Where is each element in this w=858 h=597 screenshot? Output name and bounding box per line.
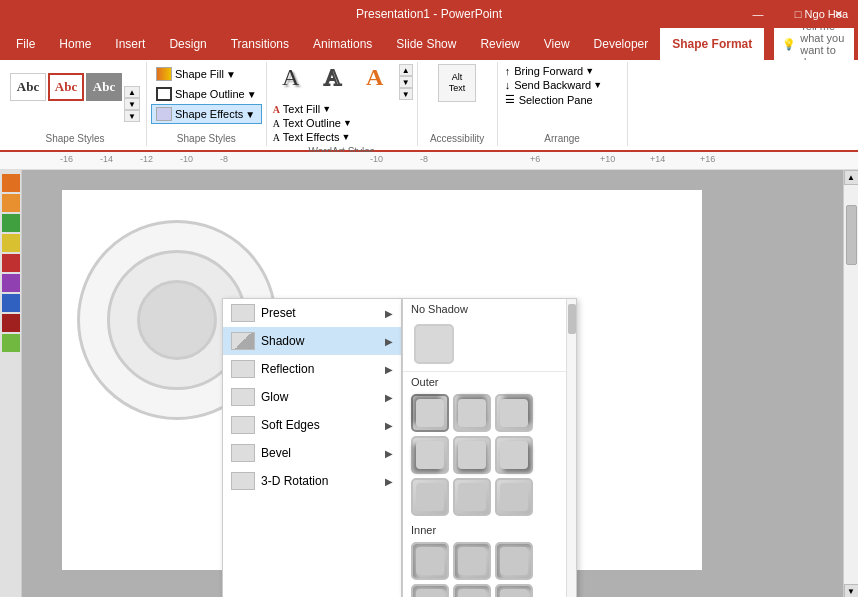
color-swatch-lightgreen[interactable] [2,334,20,352]
bring-forward-arrow: ▼ [585,66,594,76]
maximize-button[interactable]: □ [778,0,818,28]
color-swatch-orange2[interactable] [2,194,20,212]
tab-design[interactable]: Design [157,28,218,60]
tab-review[interactable]: Review [468,28,531,60]
color-swatch-green[interactable] [2,214,20,232]
shadow-scrollbar[interactable] [566,299,576,597]
tab-shapeformat[interactable]: Shape Format [660,28,764,60]
bring-forward-button[interactable]: ↑ Bring Forward ▼ [502,64,623,78]
arrange-group: ↑ Bring Forward ▼ ↓ Send Backward ▼ ☰ Se… [498,62,628,146]
text-outline-icon: A [273,118,280,129]
text-effects-button[interactable]: A Text Effects ▼ [271,130,413,144]
selection-pane-button[interactable]: ☰ Selection Pane [502,92,623,107]
menu-item-bevel[interactable]: Bevel ▶ [223,439,401,467]
color-swatch-orange1[interactable] [2,174,20,192]
menu-item-shadow[interactable]: Shadow ▶ [223,327,401,355]
text-outline-button[interactable]: A Text Outline ▼ [271,116,413,130]
style-box-2[interactable]: Abc [48,73,84,101]
shadow-outer-9[interactable] [495,478,533,516]
lightbulb-icon: 💡 [782,38,796,51]
wordart-a3[interactable]: A [355,64,395,100]
wordart-scroll-expand[interactable]: ▼ [399,88,413,100]
preset-arrow: ▶ [385,308,393,319]
shadow-outer-7[interactable] [411,478,449,516]
color-swatch-purple[interactable] [2,274,20,292]
accessibility-label: Accessibility [430,131,484,144]
menu-item-reflection[interactable]: Reflection ▶ [223,355,401,383]
color-swatch-red[interactable] [2,254,20,272]
color-swatch-darkred[interactable] [2,314,20,332]
shadow-inner-3[interactable] [495,542,533,580]
shadow-outer-tr[interactable] [495,394,533,432]
shadow-outer-t[interactable] [453,394,491,432]
menu-item-soft-edges[interactable]: Soft Edges ▶ [223,411,401,439]
style-box-1[interactable]: Abc [10,73,46,101]
fill-arrow: ▼ [226,69,236,80]
shadow-inner-5[interactable] [453,584,491,597]
preset-icon [231,304,255,322]
shadow-outer-8[interactable] [453,478,491,516]
tab-slideshow[interactable]: Slide Show [384,28,468,60]
shadow-scroll-thumb[interactable] [568,304,576,334]
scroll-thumb[interactable] [846,205,857,265]
scroll-track[interactable] [844,185,858,584]
shadow-inner-6[interactable] [495,584,533,597]
shape-outline-button[interactable]: Shape Outline ▼ [151,84,262,104]
tab-file[interactable]: File [4,28,47,60]
menu-item-3d-rotation[interactable]: 3-D Rotation ▶ [223,467,401,495]
shape-commands-group: Shape Fill ▼ Shape Outline ▼ Shape Effec… [147,62,267,146]
minimize-button[interactable]: — [738,0,778,28]
outer-shadow-grid [403,390,576,520]
text-effects-icon: A [273,132,280,143]
reflection-arrow: ▶ [385,364,393,375]
close-button[interactable]: ✕ [818,0,858,28]
shape-fill-button[interactable]: Shape Fill ▼ [151,64,262,84]
wordart-group: A A A ▲ ▼ ▼ A Text Fill ▼ A Text Outline… [267,62,418,146]
menu-item-preset[interactable]: Preset ▶ [223,299,401,327]
wordart-a1[interactable]: A [271,64,311,100]
soft-edges-arrow: ▶ [385,420,393,431]
color-swatch-blue[interactable] [2,294,20,312]
send-backward-button[interactable]: ↓ Send Backward ▼ [502,78,623,92]
shadow-outer-tl[interactable] [411,394,449,432]
arrange-label: Arrange [502,131,623,144]
scroll-up-button[interactable]: ▲ [844,170,859,185]
text-fill-button[interactable]: A Text Fill ▼ [271,102,413,116]
3d-rotation-icon [231,472,255,490]
shadow-outer-b[interactable] [453,436,491,474]
shadow-inner-1[interactable] [411,542,449,580]
wordart-scroll-down[interactable]: ▼ [399,76,413,88]
shadow-arrow: ▶ [385,336,393,347]
shadow-inner-2[interactable] [453,542,491,580]
tab-developer[interactable]: Developer [582,28,661,60]
tab-animations[interactable]: Animations [301,28,384,60]
style-box-3[interactable]: Abc [86,73,122,101]
no-shadow-option[interactable] [414,324,454,364]
style-scroll-down[interactable]: ▼ [124,98,140,110]
tab-transitions[interactable]: Transitions [219,28,301,60]
shadow-outer-br[interactable] [495,436,533,474]
reflection-icon [231,360,255,378]
tab-insert[interactable]: Insert [103,28,157,60]
color-swatch-yellow[interactable] [2,234,20,252]
style-scroll-expand[interactable]: ▼ [124,110,140,122]
wordart-scroll-up[interactable]: ▲ [399,64,413,76]
style-scroll-up[interactable]: ▲ [124,86,140,98]
wordart-a2[interactable]: A [313,64,353,100]
dropdown-container: Preset ▶ Shadow ▶ Reflection ▶ Glow ▶ [222,298,577,597]
alt-text-button[interactable]: Alt Text [438,64,476,102]
tab-home[interactable]: Home [47,28,103,60]
tab-view[interactable]: View [532,28,582,60]
shape-effects-button[interactable]: Shape Effects ▼ [151,104,262,124]
scroll-down-button[interactable]: ▼ [844,584,859,597]
slide-area[interactable]: Preset ▶ Shadow ▶ Reflection ▶ Glow ▶ [22,170,843,597]
shadow-inner-4[interactable] [411,584,449,597]
style-boxes: Abc Abc Abc [10,73,122,135]
menu-item-glow[interactable]: Glow ▶ [223,383,401,411]
title-bar: Presentation1 - PowerPoint Ngo Hoa — □ ✕ [0,0,858,28]
ruler-tick: -12 [140,154,153,164]
main-area: Preset ▶ Shadow ▶ Reflection ▶ Glow ▶ [0,170,858,597]
accessibility-group: Alt Text Accessibility [418,62,498,146]
shadow-outer-bl[interactable] [411,436,449,474]
shape-styles-group: Abc Abc Abc ▲ ▼ ▼ Shape Styles [4,62,147,146]
